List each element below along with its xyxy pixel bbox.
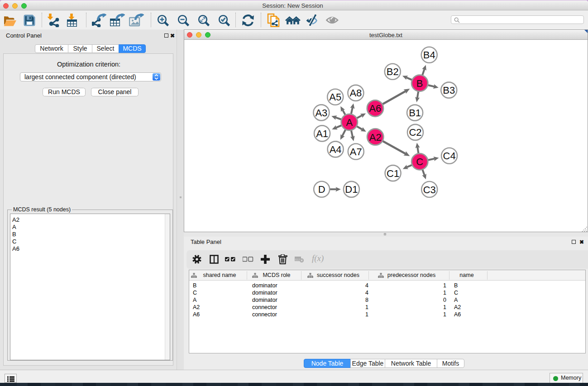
svg-text:A7: A7 [350, 146, 362, 157]
svg-text:A6: A6 [369, 103, 381, 114]
svg-text:B3: B3 [443, 85, 455, 96]
svg-text:C3: C3 [423, 184, 436, 195]
svg-text:C2: C2 [409, 127, 421, 138]
svg-text:A3: A3 [315, 107, 327, 119]
svg-text:A4: A4 [330, 144, 342, 155]
svg-text:C4: C4 [443, 150, 456, 162]
svg-text:A: A [346, 117, 353, 128]
svg-text:B1: B1 [409, 107, 421, 119]
svg-text:D1: D1 [345, 184, 358, 195]
svg-text:B2: B2 [387, 66, 399, 77]
svg-text:D: D [318, 184, 325, 195]
svg-text:B4: B4 [423, 49, 435, 61]
svg-text:C1: C1 [387, 168, 399, 179]
svg-text:B: B [416, 78, 423, 89]
svg-text:C: C [416, 156, 423, 167]
svg-text:A8: A8 [349, 87, 362, 99]
svg-text:A5: A5 [329, 91, 341, 103]
svg-text:A1: A1 [316, 128, 328, 139]
svg-text:A2: A2 [369, 132, 382, 143]
